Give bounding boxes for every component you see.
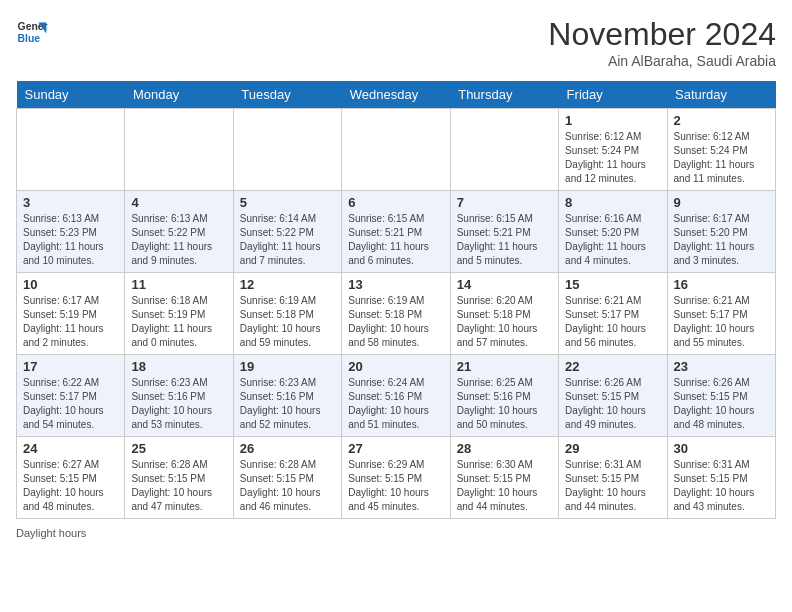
day-info: Sunrise: 6:15 AM Sunset: 5:21 PM Dayligh… [348,212,443,268]
day-number: 17 [23,359,118,374]
day-info: Sunrise: 6:17 AM Sunset: 5:19 PM Dayligh… [23,294,118,350]
day-number: 24 [23,441,118,456]
page-header: General Blue November 2024 Ain AlBaraha,… [16,16,776,69]
day-info: Sunrise: 6:26 AM Sunset: 5:15 PM Dayligh… [674,376,769,432]
day-info: Sunrise: 6:23 AM Sunset: 5:16 PM Dayligh… [240,376,335,432]
day-number: 1 [565,113,660,128]
calendar-cell: 16Sunrise: 6:21 AM Sunset: 5:17 PM Dayli… [667,273,775,355]
col-header-sunday: Sunday [17,81,125,109]
calendar-cell [233,109,341,191]
day-number: 22 [565,359,660,374]
calendar-cell: 19Sunrise: 6:23 AM Sunset: 5:16 PM Dayli… [233,355,341,437]
calendar-cell: 6Sunrise: 6:15 AM Sunset: 5:21 PM Daylig… [342,191,450,273]
calendar-cell: 4Sunrise: 6:13 AM Sunset: 5:22 PM Daylig… [125,191,233,273]
calendar-cell: 13Sunrise: 6:19 AM Sunset: 5:18 PM Dayli… [342,273,450,355]
calendar-cell: 17Sunrise: 6:22 AM Sunset: 5:17 PM Dayli… [17,355,125,437]
calendar-cell: 22Sunrise: 6:26 AM Sunset: 5:15 PM Dayli… [559,355,667,437]
day-info: Sunrise: 6:19 AM Sunset: 5:18 PM Dayligh… [240,294,335,350]
day-info: Sunrise: 6:21 AM Sunset: 5:17 PM Dayligh… [674,294,769,350]
day-info: Sunrise: 6:19 AM Sunset: 5:18 PM Dayligh… [348,294,443,350]
location: Ain AlBaraha, Saudi Arabia [548,53,776,69]
day-number: 16 [674,277,769,292]
calendar-cell [125,109,233,191]
day-info: Sunrise: 6:13 AM Sunset: 5:23 PM Dayligh… [23,212,118,268]
day-info: Sunrise: 6:25 AM Sunset: 5:16 PM Dayligh… [457,376,552,432]
day-number: 13 [348,277,443,292]
day-number: 14 [457,277,552,292]
day-number: 15 [565,277,660,292]
day-info: Sunrise: 6:12 AM Sunset: 5:24 PM Dayligh… [674,130,769,186]
calendar-cell: 23Sunrise: 6:26 AM Sunset: 5:15 PM Dayli… [667,355,775,437]
calendar-cell: 30Sunrise: 6:31 AM Sunset: 5:15 PM Dayli… [667,437,775,519]
day-info: Sunrise: 6:17 AM Sunset: 5:20 PM Dayligh… [674,212,769,268]
col-header-tuesday: Tuesday [233,81,341,109]
day-number: 19 [240,359,335,374]
day-number: 8 [565,195,660,210]
calendar-cell: 21Sunrise: 6:25 AM Sunset: 5:16 PM Dayli… [450,355,558,437]
calendar-cell: 20Sunrise: 6:24 AM Sunset: 5:16 PM Dayli… [342,355,450,437]
day-number: 18 [131,359,226,374]
day-number: 7 [457,195,552,210]
calendar-cell: 5Sunrise: 6:14 AM Sunset: 5:22 PM Daylig… [233,191,341,273]
calendar-cell [17,109,125,191]
day-number: 6 [348,195,443,210]
day-number: 10 [23,277,118,292]
calendar-week-2: 3Sunrise: 6:13 AM Sunset: 5:23 PM Daylig… [17,191,776,273]
day-number: 4 [131,195,226,210]
calendar-cell: 1Sunrise: 6:12 AM Sunset: 5:24 PM Daylig… [559,109,667,191]
calendar-cell: 12Sunrise: 6:19 AM Sunset: 5:18 PM Dayli… [233,273,341,355]
day-info: Sunrise: 6:22 AM Sunset: 5:17 PM Dayligh… [23,376,118,432]
calendar-week-3: 10Sunrise: 6:17 AM Sunset: 5:19 PM Dayli… [17,273,776,355]
calendar-cell: 15Sunrise: 6:21 AM Sunset: 5:17 PM Dayli… [559,273,667,355]
calendar-header-row: SundayMondayTuesdayWednesdayThursdayFrid… [17,81,776,109]
col-header-saturday: Saturday [667,81,775,109]
calendar-week-1: 1Sunrise: 6:12 AM Sunset: 5:24 PM Daylig… [17,109,776,191]
day-info: Sunrise: 6:31 AM Sunset: 5:15 PM Dayligh… [565,458,660,514]
day-number: 23 [674,359,769,374]
calendar-cell: 10Sunrise: 6:17 AM Sunset: 5:19 PM Dayli… [17,273,125,355]
calendar-cell: 14Sunrise: 6:20 AM Sunset: 5:18 PM Dayli… [450,273,558,355]
day-info: Sunrise: 6:26 AM Sunset: 5:15 PM Dayligh… [565,376,660,432]
day-info: Sunrise: 6:20 AM Sunset: 5:18 PM Dayligh… [457,294,552,350]
calendar-cell [342,109,450,191]
calendar-cell [450,109,558,191]
day-info: Sunrise: 6:16 AM Sunset: 5:20 PM Dayligh… [565,212,660,268]
day-info: Sunrise: 6:14 AM Sunset: 5:22 PM Dayligh… [240,212,335,268]
month-title: November 2024 [548,16,776,53]
day-info: Sunrise: 6:21 AM Sunset: 5:17 PM Dayligh… [565,294,660,350]
col-header-friday: Friday [559,81,667,109]
day-number: 5 [240,195,335,210]
calendar-cell: 25Sunrise: 6:28 AM Sunset: 5:15 PM Dayli… [125,437,233,519]
day-number: 3 [23,195,118,210]
calendar-week-5: 24Sunrise: 6:27 AM Sunset: 5:15 PM Dayli… [17,437,776,519]
calendar-cell: 27Sunrise: 6:29 AM Sunset: 5:15 PM Dayli… [342,437,450,519]
day-info: Sunrise: 6:23 AM Sunset: 5:16 PM Dayligh… [131,376,226,432]
day-number: 11 [131,277,226,292]
day-number: 12 [240,277,335,292]
day-info: Sunrise: 6:13 AM Sunset: 5:22 PM Dayligh… [131,212,226,268]
day-number: 28 [457,441,552,456]
day-info: Sunrise: 6:29 AM Sunset: 5:15 PM Dayligh… [348,458,443,514]
logo-icon: General Blue [16,16,48,48]
title-block: November 2024 Ain AlBaraha, Saudi Arabia [548,16,776,69]
footer: Daylight hours [16,527,776,539]
day-info: Sunrise: 6:15 AM Sunset: 5:21 PM Dayligh… [457,212,552,268]
calendar-cell: 28Sunrise: 6:30 AM Sunset: 5:15 PM Dayli… [450,437,558,519]
svg-text:Blue: Blue [18,33,41,44]
day-number: 27 [348,441,443,456]
col-header-thursday: Thursday [450,81,558,109]
calendar-table: SundayMondayTuesdayWednesdayThursdayFrid… [16,81,776,519]
col-header-wednesday: Wednesday [342,81,450,109]
calendar-cell: 3Sunrise: 6:13 AM Sunset: 5:23 PM Daylig… [17,191,125,273]
calendar-cell: 24Sunrise: 6:27 AM Sunset: 5:15 PM Dayli… [17,437,125,519]
calendar-week-4: 17Sunrise: 6:22 AM Sunset: 5:17 PM Dayli… [17,355,776,437]
day-info: Sunrise: 6:12 AM Sunset: 5:24 PM Dayligh… [565,130,660,186]
day-number: 26 [240,441,335,456]
day-info: Sunrise: 6:30 AM Sunset: 5:15 PM Dayligh… [457,458,552,514]
col-header-monday: Monday [125,81,233,109]
day-number: 9 [674,195,769,210]
day-number: 2 [674,113,769,128]
calendar-cell: 7Sunrise: 6:15 AM Sunset: 5:21 PM Daylig… [450,191,558,273]
day-info: Sunrise: 6:18 AM Sunset: 5:19 PM Dayligh… [131,294,226,350]
day-number: 29 [565,441,660,456]
